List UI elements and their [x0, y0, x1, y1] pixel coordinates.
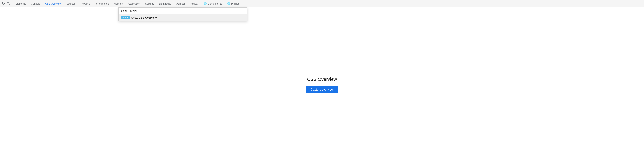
tab-components[interactable]: Components — [201, 0, 224, 7]
react-components-icon — [204, 2, 207, 5]
command-result-item[interactable]: Panel Show CSS Overview — [119, 14, 247, 21]
tab-css-overview[interactable]: CSS Overview — [42, 0, 64, 7]
tab-redux[interactable]: Redux — [188, 0, 200, 7]
main-content: CSS Overview Capture overview — [0, 7, 644, 162]
device-icon[interactable] — [7, 2, 10, 5]
tab-security[interactable]: Security — [142, 0, 156, 7]
tab-separator — [200, 2, 201, 6]
command-input[interactable] — [121, 9, 245, 12]
tab-console[interactable]: Console — [28, 0, 42, 7]
cursor-icon[interactable] — [2, 2, 6, 5]
tab-sources[interactable]: Sources — [64, 0, 78, 7]
command-palette: Panel Show CSS Overview — [118, 7, 247, 21]
svg-rect-1 — [9, 3, 10, 4]
toolbar-icons — [1, 0, 12, 7]
tab-lighthouse[interactable]: Lighthouse — [156, 0, 174, 7]
svg-point-2 — [205, 3, 206, 4]
tab-adblock[interactable]: AdBlock — [174, 0, 188, 7]
tab-elements[interactable]: Elements — [13, 0, 28, 7]
devtools-container: Elements Console CSS Overview Sources Ne… — [0, 0, 644, 162]
tab-profiler[interactable]: Profiler — [224, 0, 242, 7]
command-result-text: Show CSS Overview — [131, 16, 156, 19]
tab-performance[interactable]: Performance — [92, 0, 112, 7]
command-input-row — [119, 8, 247, 14]
tab-bar: Elements Console CSS Overview Sources Ne… — [0, 0, 644, 7]
capture-overview-button[interactable]: Capture overview — [306, 86, 338, 93]
page-title: CSS Overview — [307, 77, 337, 82]
tab-network[interactable]: Network — [78, 0, 92, 7]
tab-memory[interactable]: Memory — [112, 0, 125, 7]
panel-badge: Panel — [121, 16, 130, 19]
svg-rect-0 — [7, 2, 9, 5]
react-profiler-icon — [227, 2, 230, 5]
svg-point-6 — [228, 3, 229, 4]
tab-application[interactable]: Application — [125, 0, 142, 7]
